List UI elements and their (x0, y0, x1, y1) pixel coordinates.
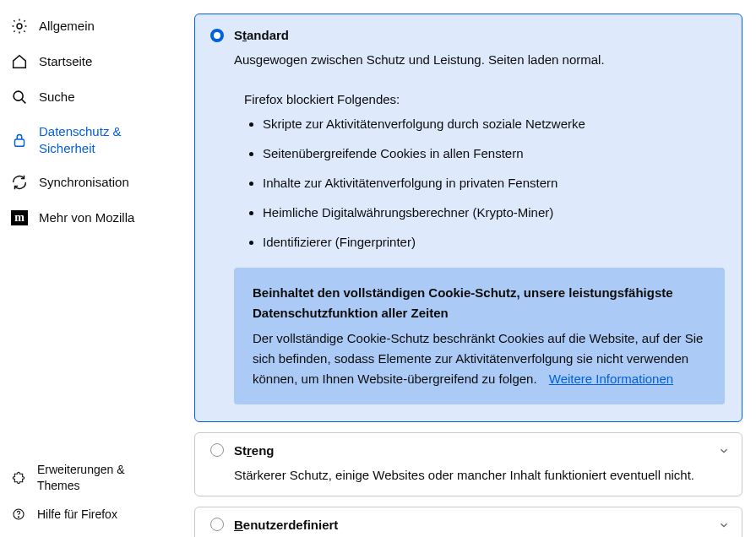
option-title-custom: Benutzerdefiniert (234, 518, 338, 532)
option-description: Stärkerer Schutz, einige Websites oder m… (210, 466, 730, 484)
option-title-strict: Streng (234, 443, 275, 458)
puzzle-icon (12, 471, 25, 485)
option-header: Standard (210, 28, 725, 42)
option-description: Ausgewogen zwischen Schutz und Leistung.… (234, 51, 725, 70)
option-title-standard: Standard (234, 28, 289, 42)
sidebar-item-privacy[interactable]: Datenschutz & Sicherheit (2, 115, 177, 165)
chevron-down-icon[interactable] (718, 445, 730, 457)
sync-icon (10, 173, 29, 192)
chevron-down-icon[interactable] (718, 519, 730, 531)
svg-point-1 (14, 91, 23, 100)
sidebar-item-label: Synchronisation (39, 174, 129, 191)
sidebar-item-mozilla[interactable]: m Mehr von Mozilla (2, 200, 177, 236)
sidebar: Allgemein Startseite Suche Datenschutz &… (0, 0, 177, 537)
sidebar-item-label: Mehr von Mozilla (39, 209, 134, 226)
sidebar-item-label: Erweiterungen & Themes (37, 462, 167, 492)
svg-point-4 (18, 517, 19, 518)
radio-standard[interactable] (210, 29, 224, 42)
sidebar-item-label: Startseite (39, 53, 92, 70)
sidebar-item-help[interactable]: Hilfe für Firefox (2, 500, 177, 529)
learn-more-link[interactable]: Weitere Informationen (549, 372, 673, 386)
list-item: Seitenübergreifende Cookies in allen Fen… (263, 144, 725, 162)
sidebar-item-search[interactable]: Suche (2, 79, 177, 115)
help-icon (12, 507, 25, 521)
list-item: Identifizierer (Fingerprinter) (263, 233, 725, 251)
blocks-list: Skripte zur Aktivitätenverfolgung durch … (234, 115, 725, 251)
svg-point-0 (17, 24, 22, 29)
option-body: Ausgewogen zwischen Schutz und Leistung.… (210, 51, 725, 404)
sidebar-item-label: Hilfe für Firefox (37, 507, 117, 522)
home-icon (10, 52, 29, 71)
lock-icon (10, 131, 29, 149)
option-header: Streng (210, 443, 730, 458)
sidebar-item-label: Suche (39, 89, 75, 106)
search-icon (10, 88, 29, 106)
sidebar-item-extensions[interactable]: Erweiterungen & Themes (2, 455, 177, 499)
mozilla-icon: m (10, 209, 29, 227)
sidebar-item-label: Allgemein (39, 18, 95, 35)
gear-icon (10, 17, 29, 35)
sidebar-item-home[interactable]: Startseite (2, 44, 177, 79)
sidebar-bottom: Erweiterungen & Themes Hilfe für Firefox (2, 455, 177, 529)
sidebar-item-sync[interactable]: Synchronisation (2, 165, 177, 200)
svg-rect-2 (15, 139, 24, 146)
info-title: Beinhaltet den vollständigen Cookie-Schu… (253, 283, 706, 323)
option-header: Benutzerdefiniert (210, 518, 730, 532)
cookie-protection-info: Beinhaltet den vollständigen Cookie-Schu… (234, 268, 725, 404)
sidebar-item-general[interactable]: Allgemein (2, 8, 177, 44)
list-item: Skripte zur Aktivitätenverfolgung durch … (263, 115, 725, 133)
protection-option-standard[interactable]: Standard Ausgewogen zwischen Schutz und … (194, 14, 742, 422)
list-item: Heimliche Digitalwährungsberechner (Kryp… (263, 203, 725, 221)
sidebar-item-label: Datenschutz & Sicherheit (39, 123, 167, 156)
protection-option-custom[interactable]: Benutzerdefiniert (194, 507, 742, 538)
protection-option-strict[interactable]: Streng Stärkerer Schutz, einige Websites… (194, 432, 742, 496)
radio-custom[interactable] (210, 518, 224, 531)
blocks-heading: Firefox blockiert Folgendes: (234, 92, 725, 106)
list-item: Inhalte zur Aktivitätenverfolgung in pri… (263, 174, 725, 192)
main-content: Standard Ausgewogen zwischen Schutz und … (177, 0, 756, 537)
sidebar-top: Allgemein Startseite Suche Datenschutz &… (2, 8, 177, 455)
radio-strict[interactable] (210, 443, 224, 457)
